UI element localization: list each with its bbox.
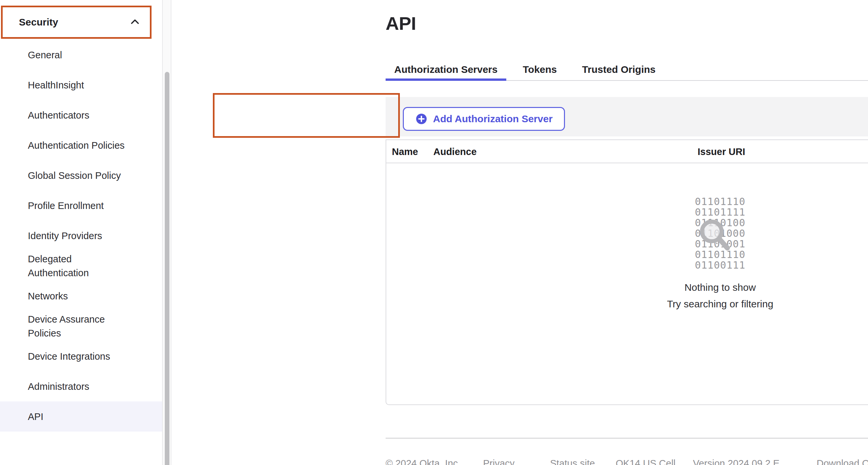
- sidebar-nav-item-label: Administrators: [28, 379, 89, 394]
- tab-label: Authorization Servers: [394, 64, 498, 75]
- table-toolbar: Add Authorization Server: [385, 97, 868, 136]
- magnifier-icon: [698, 218, 732, 252]
- add-button-label: Add Authorization Server: [433, 113, 553, 125]
- sidebar-nav-item[interactable]: Networks: [0, 281, 162, 311]
- sidebar-nav-item[interactable]: Device Integrations: [0, 341, 162, 371]
- sidebar-nav-item-label: API: [28, 410, 43, 424]
- empty-state-title: Nothing to show: [644, 281, 796, 294]
- footer: © 2024 Okta, Inc. Privacy Status site OK…: [172, 458, 868, 465]
- tab[interactable]: Trusted Origins: [574, 57, 664, 81]
- binary-art-line: 01101110: [644, 196, 796, 207]
- table-column-header: Name: [392, 140, 418, 163]
- sidebar-nav-item[interactable]: Administrators: [0, 371, 162, 401]
- sidebar-nav-item[interactable]: Global Session Policy: [0, 160, 162, 191]
- footer-link[interactable]: © 2024 Okta, Inc.: [385, 458, 461, 465]
- empty-state-subtitle: Try searching or filtering: [644, 297, 796, 311]
- plus-circle-icon: [415, 112, 428, 125]
- sidebar-nav-item-label: Profile Enrollment: [28, 199, 104, 212]
- sidebar-nav-item-label: Delegated Authentication: [28, 252, 89, 280]
- sidebar-nav-list: General HealthInsight Authenticators Aut…: [0, 40, 162, 432]
- tab-label: Tokens: [523, 64, 557, 75]
- tab[interactable]: Authorization Servers: [385, 57, 506, 81]
- sidebar-nav-item[interactable]: HealthInsight: [0, 70, 162, 100]
- sidebar-nav-item[interactable]: Identity Providers: [0, 221, 162, 251]
- sidebar-nav-item-label: General: [28, 48, 62, 62]
- sidebar-nav-item-label: Global Session Policy: [28, 169, 121, 182]
- sidebar-nav-item-label: Identity Providers: [28, 229, 102, 243]
- chevron-up-icon: [129, 16, 141, 28]
- footer-link[interactable]: OK14 US Cell: [616, 458, 676, 465]
- tab[interactable]: Tokens: [514, 57, 566, 81]
- add-authorization-server-button[interactable]: Add Authorization Server: [403, 107, 565, 131]
- tab-label: Trusted Origins: [582, 64, 656, 75]
- sidebar-nav-item[interactable]: API: [0, 401, 162, 432]
- sidebar-scrollbar-track[interactable]: [162, 0, 172, 465]
- table-column-header: Audience: [433, 140, 477, 163]
- sidebar: Security General HealthInsight Authentic…: [0, 0, 162, 465]
- tab-bar: Authorization Servers Tokens Trusted Ori…: [385, 57, 868, 81]
- sidebar-section-security[interactable]: Security: [1, 6, 152, 39]
- sidebar-nav-item-label: Device Integrations: [28, 350, 110, 363]
- footer-link[interactable]: Status site: [550, 458, 595, 465]
- empty-state: 01101110 01101111 01110100 01101000 0110…: [644, 193, 796, 271]
- footer-link[interactable]: Version 2024.09.2 E: [693, 458, 779, 465]
- footer-link[interactable]: Privacy: [483, 458, 515, 465]
- sidebar-nav-item[interactable]: Authenticators: [0, 100, 162, 130]
- sidebar-section-label: Security: [19, 16, 58, 28]
- footer-link[interactable]: Download Okta: [816, 458, 868, 465]
- page-title: API: [385, 12, 416, 34]
- sidebar-nav-item[interactable]: Profile Enrollment: [0, 191, 162, 221]
- sidebar-nav-item-label: Authenticators: [28, 108, 89, 122]
- binary-art-line: 01101111: [644, 207, 796, 218]
- sidebar-nav-item-label: Authentication Policies: [28, 138, 125, 152]
- table-column-header: Issuer URI: [698, 140, 745, 163]
- sidebar-nav-item-label: Device Assurance Policies: [28, 312, 105, 340]
- sidebar-nav-item[interactable]: General: [0, 40, 162, 70]
- main-content: API Authorization Servers Tokens Trusted…: [172, 0, 868, 465]
- footer-divider: [385, 438, 868, 438]
- sidebar-nav-item[interactable]: Authentication Policies: [0, 130, 162, 160]
- sidebar-nav-item-label: Networks: [28, 289, 68, 303]
- binary-art-line: 01100111: [644, 260, 796, 271]
- sidebar-nav-item-label: HealthInsight: [28, 78, 84, 92]
- sidebar-nav-item[interactable]: Delegated Authentication: [0, 251, 162, 281]
- sidebar-scrollbar-thumb[interactable]: [165, 72, 169, 465]
- table-header-row: Name Audience Issuer URI: [386, 140, 868, 163]
- sidebar-nav-item[interactable]: Device Assurance Policies: [0, 311, 162, 341]
- authorization-servers-table: Name Audience Issuer URI 01101110 011011…: [385, 139, 868, 405]
